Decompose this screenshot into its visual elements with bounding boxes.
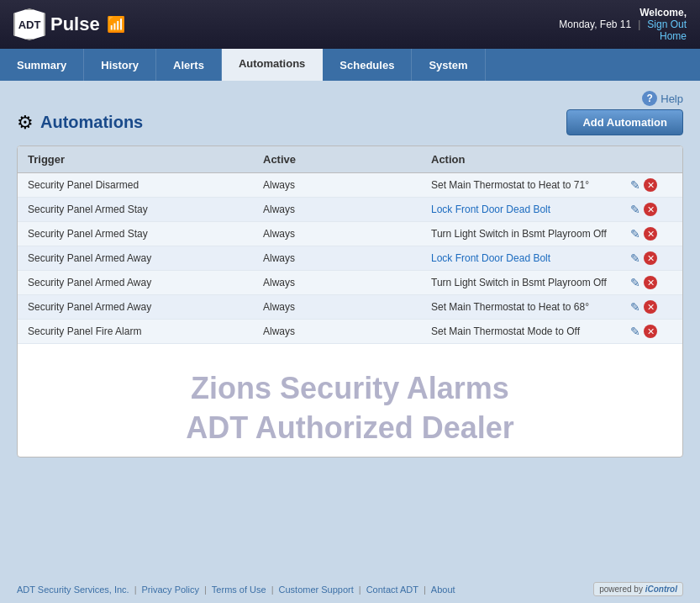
action-cell: Turn Light Switch in Bsmt Playroom Off (431, 228, 630, 240)
action-cell: Lock Front Door Dead Bolt (431, 252, 630, 264)
active-cell: Always (263, 204, 431, 215)
delete-button[interactable]: ✕ (644, 203, 657, 216)
edit-button[interactable]: ✎ (630, 300, 640, 314)
action-cell: Lock Front Door Dead Bolt (431, 204, 630, 215)
delete-button[interactable]: ✕ (644, 178, 657, 192)
row-action-buttons: ✎✕ (630, 251, 672, 265)
welcome-label: Welcome, (559, 7, 687, 19)
trigger-cell: Security Panel Armed Stay (28, 228, 263, 240)
watermark-line2: ADT Authorized Dealer (18, 409, 682, 448)
col-action: Action (431, 153, 630, 166)
logo-area: ADT Pulse 📶 (13, 8, 125, 40)
nav-system[interactable]: System (412, 49, 485, 81)
active-cell: Always (263, 325, 431, 337)
icontrol-badge: powered by iControl (593, 582, 683, 596)
automations-gear-icon: ⚙ (17, 112, 34, 134)
footer-links: ADT Security Services, Inc. | Privacy Po… (17, 584, 455, 595)
footer-contact[interactable]: Contact ADT (366, 584, 418, 595)
help-link[interactable]: ? Help (642, 91, 683, 106)
help-label: Help (661, 93, 683, 105)
table-row: Security Panel DisarmedAlwaysSet Main Th… (18, 173, 682, 198)
page-content: ? Help ⚙ Automations Add Automation Trig… (0, 81, 700, 575)
nav-bar: Summary History Alerts Automations Sched… (0, 49, 700, 81)
nav-schedules[interactable]: Schedules (323, 49, 412, 81)
pulse-text: Pulse (50, 13, 100, 35)
action-cell: Set Main Thermostat Mode to Off (431, 325, 630, 337)
automations-table-container: Trigger Active Action Security Panel Dis… (17, 145, 683, 458)
row-action-buttons: ✎✕ (630, 178, 672, 192)
home-link[interactable]: Home (559, 30, 687, 42)
footer-terms[interactable]: Terms of Use (212, 584, 266, 595)
row-action-buttons: ✎✕ (630, 300, 672, 314)
table-row: Security Panel Armed AwayAlwaysSet Main … (18, 295, 682, 320)
adt-badge: ADT (13, 8, 45, 40)
footer: ADT Security Services, Inc. | Privacy Po… (0, 575, 700, 603)
edit-button[interactable]: ✎ (630, 325, 640, 338)
sign-out-link[interactable]: Sign Out (647, 19, 687, 30)
table-row: Security Panel Armed AwayAlwaysLock Fron… (18, 246, 682, 271)
trigger-cell: Security Panel Fire Alarm (28, 325, 263, 337)
watermark-line1: Zions Security Alarms (18, 369, 682, 409)
table-header: Trigger Active Action (18, 146, 682, 173)
action-cell: Set Main Thermostat to Heat to 68° (431, 301, 630, 313)
row-action-buttons: ✎✕ (630, 276, 672, 289)
col-active: Active (263, 153, 431, 166)
trigger-cell: Security Panel Armed Stay (28, 204, 263, 215)
nav-alerts[interactable]: Alerts (156, 49, 222, 81)
edit-button[interactable]: ✎ (630, 178, 640, 192)
adt-text: ADT (18, 19, 41, 31)
add-automation-button[interactable]: Add Automation (566, 109, 683, 135)
delete-button[interactable]: ✕ (644, 325, 657, 338)
edit-button[interactable]: ✎ (630, 276, 640, 289)
active-cell: Always (263, 252, 431, 264)
col-controls (630, 153, 672, 166)
table-row: Security Panel Armed StayAlwaysLock Fron… (18, 198, 682, 222)
table-scroll[interactable]: Security Panel DisarmedAlwaysSet Main Th… (18, 173, 682, 344)
active-cell: Always (263, 228, 431, 240)
table-row: Security Panel Armed StayAlwaysTurn Ligh… (18, 222, 682, 246)
edit-button[interactable]: ✎ (630, 203, 640, 216)
page-title: Automations (40, 113, 143, 132)
trigger-cell: Security Panel Armed Away (28, 252, 263, 264)
watermark-area: Zions Security Alarms ADT Authorized Dea… (18, 344, 682, 457)
header-right: Welcome, Monday, Feb 11 | Sign Out Home (559, 7, 687, 42)
action-cell: Turn Light Switch in Bsmt Playroom Off (431, 277, 630, 288)
edit-button[interactable]: ✎ (630, 227, 640, 241)
footer-support[interactable]: Customer Support (279, 584, 354, 595)
date-text: Monday, Feb 11 (559, 19, 631, 30)
delete-button[interactable]: ✕ (644, 300, 657, 314)
delete-button[interactable]: ✕ (644, 227, 657, 241)
edit-button[interactable]: ✎ (630, 251, 640, 265)
table-row: Security Panel Fire AlarmAlwaysSet Main … (18, 320, 682, 344)
delete-button[interactable]: ✕ (644, 276, 657, 289)
delete-button[interactable]: ✕ (644, 251, 657, 265)
trigger-cell: Security Panel Armed Away (28, 301, 263, 313)
nav-summary[interactable]: Summary (0, 49, 84, 81)
table-row: Security Panel Armed AwayAlwaysTurn Ligh… (18, 271, 682, 295)
footer-about[interactable]: About (431, 584, 455, 595)
footer-company[interactable]: ADT Security Services, Inc. (17, 584, 129, 595)
header: ADT Pulse 📶 Welcome, Monday, Feb 11 | Si… (0, 0, 700, 49)
row-action-buttons: ✎✕ (630, 203, 672, 216)
footer-privacy[interactable]: Privacy Policy (142, 584, 199, 595)
page-header: ⚙ Automations Add Automation (17, 109, 683, 135)
active-cell: Always (263, 179, 431, 191)
wifi-icon: 📶 (107, 15, 125, 34)
help-icon: ? (642, 91, 657, 106)
icontrol-text: iControl (645, 584, 677, 594)
row-action-buttons: ✎✕ (630, 325, 672, 338)
row-action-buttons: ✎✕ (630, 227, 672, 241)
trigger-cell: Security Panel Disarmed (28, 179, 263, 191)
active-cell: Always (263, 277, 431, 288)
col-trigger: Trigger (28, 153, 263, 166)
active-cell: Always (263, 301, 431, 313)
trigger-cell: Security Panel Armed Away (28, 277, 263, 288)
nav-automations[interactable]: Automations (222, 49, 323, 81)
nav-history[interactable]: History (84, 49, 156, 81)
powered-by-text: powered by (599, 584, 643, 594)
page-title-area: ⚙ Automations (17, 112, 143, 134)
action-cell: Set Main Thermostat to Heat to 71° (431, 179, 630, 191)
